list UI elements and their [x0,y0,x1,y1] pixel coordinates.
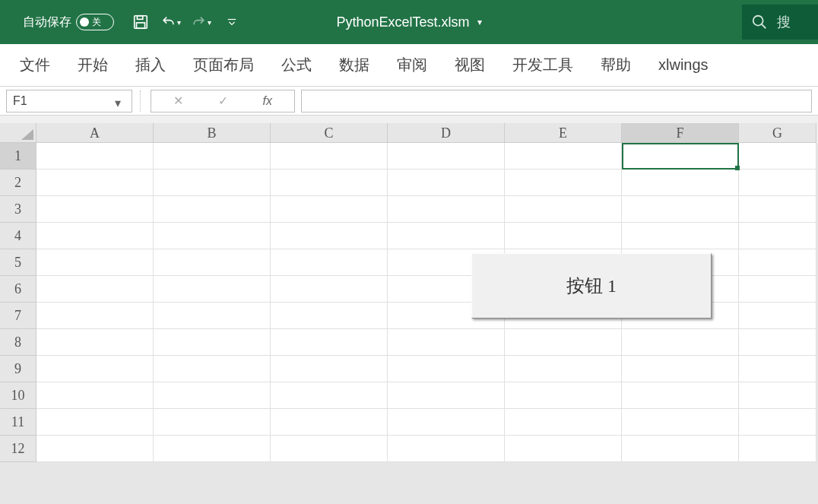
cell-G3[interactable] [739,196,816,223]
cell-A10[interactable] [36,382,154,409]
row-header-5[interactable]: 5 [0,249,36,276]
cell-G4[interactable] [739,223,816,249]
filename-dropdown-icon[interactable]: ▾ [477,17,482,27]
tab-home[interactable]: 开始 [78,55,108,75]
cell-C12[interactable] [271,436,388,462]
cell-D2[interactable] [388,170,505,196]
col-header-B[interactable]: B [154,123,271,143]
cell-B5[interactable] [154,249,271,276]
tab-data[interactable]: 数据 [339,55,369,75]
tab-developer[interactable]: 开发工具 [512,55,573,75]
name-box[interactable]: F1 ▾ [6,90,132,113]
cell-A2[interactable] [36,170,154,196]
cell-A4[interactable] [36,223,154,249]
cell-D8[interactable] [388,329,505,356]
tab-view[interactable]: 视图 [455,55,485,75]
search-box[interactable]: 搜 [742,5,818,40]
cell-F10[interactable] [622,382,739,409]
save-button[interactable] [131,12,151,32]
cell-C9[interactable] [271,356,388,382]
cell-G1[interactable] [739,143,816,170]
cell-F11[interactable] [622,409,739,436]
cell-D12[interactable] [388,436,505,462]
col-header-D[interactable]: D [388,123,505,143]
row-header-3[interactable]: 3 [0,196,36,223]
row-header-12[interactable]: 12 [0,436,36,462]
toggle-switch[interactable]: 关 [76,14,114,30]
cell-B7[interactable] [154,303,271,329]
col-header-F[interactable]: F [622,123,739,143]
cell-C2[interactable] [271,170,388,196]
col-header-G[interactable]: G [739,123,816,143]
cell-G5[interactable] [739,249,816,276]
tab-file[interactable]: 文件 [20,55,50,75]
col-header-C[interactable]: C [271,123,388,143]
cell-A7[interactable] [36,303,154,329]
chevron-down-icon[interactable]: ▾ [115,96,125,106]
cell-B12[interactable] [154,436,271,462]
cell-D1[interactable] [388,143,505,170]
cell-C10[interactable] [271,382,388,409]
row-header-1[interactable]: 1 [0,143,36,170]
cell-G12[interactable] [739,436,816,462]
cell-B3[interactable] [154,196,271,223]
row-header-11[interactable]: 11 [0,409,36,436]
cell-F2[interactable] [622,170,739,196]
cell-D11[interactable] [388,409,505,436]
cell-A6[interactable] [36,276,154,303]
cell-E2[interactable] [505,170,622,196]
cell-B6[interactable] [154,276,271,303]
cell-F8[interactable] [622,329,739,356]
cell-B11[interactable] [154,409,271,436]
row-header-10[interactable]: 10 [0,382,36,409]
cell-G9[interactable] [739,356,816,382]
cell-F1[interactable] [622,143,739,170]
tab-xlwings[interactable]: xlwings [658,56,709,74]
cell-A5[interactable] [36,249,154,276]
cell-C4[interactable] [271,223,388,249]
undo-button[interactable]: ▾ [161,12,181,32]
row-header-6[interactable]: 6 [0,276,36,303]
tab-insert[interactable]: 插入 [135,55,166,75]
cell-C6[interactable] [271,276,388,303]
cell-B1[interactable] [154,143,271,170]
row-header-4[interactable]: 4 [0,223,36,249]
cell-B10[interactable] [154,382,271,409]
cell-F4[interactable] [622,223,739,249]
cell-A1[interactable] [36,143,154,170]
cell-F12[interactable] [622,436,739,462]
cell-E11[interactable] [505,409,622,436]
row-header-8[interactable]: 8 [0,329,36,356]
cell-A8[interactable] [36,329,154,356]
tab-page-layout[interactable]: 页面布局 [193,55,254,75]
cell-E8[interactable] [505,329,622,356]
row-header-7[interactable]: 7 [0,303,36,329]
redo-button[interactable]: ▾ [192,12,211,32]
cell-A9[interactable] [36,356,154,382]
cell-C11[interactable] [271,409,388,436]
fx-icon[interactable]: fx [263,94,272,108]
col-header-E[interactable]: E [505,123,622,143]
tab-formulas[interactable]: 公式 [281,55,312,75]
cell-D4[interactable] [388,223,505,249]
cell-E4[interactable] [505,223,622,249]
tab-help[interactable]: 帮助 [601,55,631,75]
cell-B8[interactable] [154,329,271,356]
select-all-corner[interactable] [0,123,36,143]
cell-C5[interactable] [271,249,388,276]
cell-F9[interactable] [622,356,739,382]
cell-E1[interactable] [505,143,622,170]
cell-C3[interactable] [271,196,388,223]
col-header-A[interactable]: A [36,123,154,143]
cell-A3[interactable] [36,196,154,223]
cell-D10[interactable] [388,382,505,409]
cell-G10[interactable] [739,382,816,409]
cell-D3[interactable] [388,196,505,223]
cell-E3[interactable] [505,196,622,223]
customize-qat-button[interactable] [222,12,242,32]
cell-A11[interactable] [36,409,154,436]
cell-G2[interactable] [739,170,816,196]
cell-G8[interactable] [739,329,816,356]
macro-button-1[interactable]: 按钮 1 [471,253,712,319]
cell-G11[interactable] [739,409,816,436]
